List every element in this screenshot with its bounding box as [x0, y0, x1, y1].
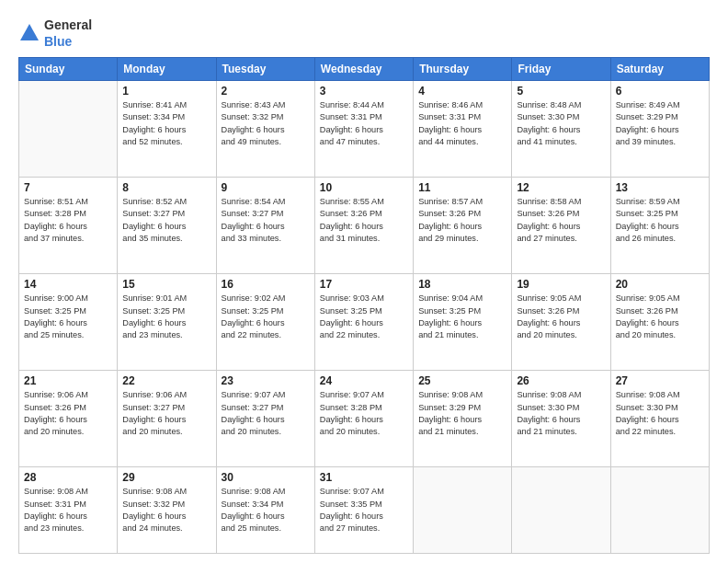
day-number: 16 — [222, 278, 310, 291]
day-info: Sunrise: 9:07 AMSunset: 3:35 PMDaylight:… — [320, 486, 408, 534]
day-info: Sunrise: 9:08 AMSunset: 3:30 PMDaylight:… — [616, 389, 704, 438]
day-number: 5 — [517, 85, 605, 98]
day-number: 24 — [320, 374, 408, 387]
calendar-cell: 4Sunrise: 8:46 AMSunset: 3:31 PMDaylight… — [414, 81, 512, 178]
day-number: 27 — [616, 374, 704, 387]
day-number: 17 — [320, 278, 408, 291]
calendar-cell: 24Sunrise: 9:07 AMSunset: 3:28 PMDayligh… — [314, 371, 413, 467]
calendar-cell: 20Sunrise: 9:05 AMSunset: 3:26 PMDayligh… — [610, 274, 709, 371]
day-number: 12 — [517, 181, 605, 194]
day-header-wednesday: Wednesday — [314, 58, 413, 81]
day-info: Sunrise: 8:41 AMSunset: 3:34 PMDaylight:… — [122, 99, 210, 148]
calendar-cell: 14Sunrise: 9:00 AMSunset: 3:25 PMDayligh… — [19, 274, 118, 371]
calendar-cell: 12Sunrise: 8:58 AMSunset: 3:26 PMDayligh… — [512, 178, 610, 274]
calendar-cell: 7Sunrise: 8:51 AMSunset: 3:28 PMDaylight… — [19, 178, 118, 274]
logo: GeneralBlue — [18, 17, 92, 50]
calendar-cell: 19Sunrise: 9:05 AMSunset: 3:26 PMDayligh… — [512, 274, 610, 371]
day-header-monday: Monday — [118, 58, 216, 81]
calendar-cell: 16Sunrise: 9:02 AMSunset: 3:25 PMDayligh… — [216, 274, 314, 371]
calendar-cell: 29Sunrise: 9:08 AMSunset: 3:32 PMDayligh… — [118, 467, 216, 554]
day-info: Sunrise: 8:57 AMSunset: 3:26 PMDaylight:… — [418, 196, 506, 245]
day-info: Sunrise: 9:06 AMSunset: 3:27 PMDaylight:… — [122, 389, 210, 438]
day-info: Sunrise: 9:01 AMSunset: 3:25 PMDaylight:… — [122, 293, 210, 341]
day-number: 9 — [222, 181, 310, 194]
calendar-cell: 13Sunrise: 8:59 AMSunset: 3:25 PMDayligh… — [610, 178, 709, 274]
calendar-cell — [414, 467, 512, 554]
calendar-cell: 27Sunrise: 9:08 AMSunset: 3:30 PMDayligh… — [610, 371, 709, 467]
day-info: Sunrise: 9:05 AMSunset: 3:26 PMDaylight:… — [616, 293, 704, 341]
day-number: 31 — [320, 471, 408, 484]
day-info: Sunrise: 9:05 AMSunset: 3:26 PMDaylight:… — [517, 293, 605, 341]
day-number: 21 — [24, 374, 112, 387]
calendar-cell — [610, 467, 709, 554]
calendar-cell: 23Sunrise: 9:07 AMSunset: 3:27 PMDayligh… — [216, 371, 314, 467]
day-number: 22 — [122, 374, 210, 387]
day-info: Sunrise: 8:46 AMSunset: 3:31 PMDaylight:… — [418, 99, 506, 148]
day-info: Sunrise: 9:08 AMSunset: 3:30 PMDaylight:… — [517, 389, 605, 438]
calendar-week-2: 7Sunrise: 8:51 AMSunset: 3:28 PMDaylight… — [19, 178, 710, 274]
day-header-saturday: Saturday — [610, 58, 709, 81]
day-number: 7 — [24, 181, 112, 194]
day-info: Sunrise: 9:07 AMSunset: 3:27 PMDaylight:… — [222, 389, 310, 438]
calendar-week-4: 21Sunrise: 9:06 AMSunset: 3:26 PMDayligh… — [19, 371, 710, 467]
calendar-cell: 18Sunrise: 9:04 AMSunset: 3:25 PMDayligh… — [414, 274, 512, 371]
calendar-cell: 10Sunrise: 8:55 AMSunset: 3:26 PMDayligh… — [314, 178, 413, 274]
day-number: 25 — [418, 374, 506, 387]
day-info: Sunrise: 8:52 AMSunset: 3:27 PMDaylight:… — [122, 196, 210, 245]
day-number: 3 — [320, 85, 408, 98]
day-number: 30 — [222, 471, 310, 484]
day-number: 23 — [222, 374, 310, 387]
day-number: 4 — [418, 85, 506, 98]
logo-general-text: General — [44, 17, 92, 32]
day-info: Sunrise: 8:49 AMSunset: 3:29 PMDaylight:… — [616, 99, 704, 148]
day-info: Sunrise: 8:59 AMSunset: 3:25 PMDaylight:… — [616, 196, 704, 245]
calendar-cell: 30Sunrise: 9:08 AMSunset: 3:34 PMDayligh… — [216, 467, 314, 554]
day-header-thursday: Thursday — [414, 58, 512, 81]
calendar-cell: 15Sunrise: 9:01 AMSunset: 3:25 PMDayligh… — [118, 274, 216, 371]
day-info: Sunrise: 9:04 AMSunset: 3:25 PMDaylight:… — [418, 293, 506, 341]
day-number: 8 — [122, 181, 210, 194]
day-info: Sunrise: 9:02 AMSunset: 3:25 PMDaylight:… — [222, 293, 310, 341]
calendar-cell: 5Sunrise: 8:48 AMSunset: 3:30 PMDaylight… — [512, 81, 610, 178]
calendar-cell: 31Sunrise: 9:07 AMSunset: 3:35 PMDayligh… — [314, 467, 413, 554]
day-number: 20 — [616, 278, 704, 291]
day-number: 19 — [517, 278, 605, 291]
day-info: Sunrise: 8:48 AMSunset: 3:30 PMDaylight:… — [517, 99, 605, 148]
calendar-cell: 25Sunrise: 9:08 AMSunset: 3:29 PMDayligh… — [414, 371, 512, 467]
calendar-week-5: 28Sunrise: 9:08 AMSunset: 3:31 PMDayligh… — [19, 467, 710, 554]
day-number: 26 — [517, 374, 605, 387]
calendar-table: SundayMondayTuesdayWednesdayThursdayFrid… — [18, 57, 710, 554]
calendar-cell: 8Sunrise: 8:52 AMSunset: 3:27 PMDaylight… — [118, 178, 216, 274]
day-info: Sunrise: 9:00 AMSunset: 3:25 PMDaylight:… — [24, 293, 112, 341]
day-info: Sunrise: 9:08 AMSunset: 3:29 PMDaylight:… — [418, 389, 506, 438]
day-info: Sunrise: 9:08 AMSunset: 3:34 PMDaylight:… — [222, 486, 310, 534]
calendar-cell: 22Sunrise: 9:06 AMSunset: 3:27 PMDayligh… — [118, 371, 216, 467]
day-info: Sunrise: 9:06 AMSunset: 3:26 PMDaylight:… — [24, 389, 112, 438]
day-info: Sunrise: 8:44 AMSunset: 3:31 PMDaylight:… — [320, 99, 408, 148]
day-header-sunday: Sunday — [19, 58, 118, 81]
day-header-tuesday: Tuesday — [216, 58, 314, 81]
header: GeneralBlue — [18, 17, 710, 50]
day-info: Sunrise: 8:51 AMSunset: 3:28 PMDaylight:… — [24, 196, 112, 245]
page: GeneralBlue SundayMondayTuesdayWednesday… — [0, 0, 728, 563]
calendar-week-3: 14Sunrise: 9:00 AMSunset: 3:25 PMDayligh… — [19, 274, 710, 371]
calendar-header-row: SundayMondayTuesdayWednesdayThursdayFrid… — [19, 58, 710, 81]
day-number: 10 — [320, 181, 408, 194]
day-info: Sunrise: 8:58 AMSunset: 3:26 PMDaylight:… — [517, 196, 605, 245]
day-info: Sunrise: 8:55 AMSunset: 3:26 PMDaylight:… — [320, 196, 408, 245]
day-number: 15 — [122, 278, 210, 291]
calendar-cell: 3Sunrise: 8:44 AMSunset: 3:31 PMDaylight… — [314, 81, 413, 178]
calendar-cell: 21Sunrise: 9:06 AMSunset: 3:26 PMDayligh… — [19, 371, 118, 467]
svg-marker-0 — [20, 24, 39, 40]
calendar-cell — [512, 467, 610, 554]
day-number: 1 — [122, 85, 210, 98]
day-number: 2 — [222, 85, 310, 98]
day-number: 11 — [418, 181, 506, 194]
day-number: 13 — [616, 181, 704, 194]
day-info: Sunrise: 9:07 AMSunset: 3:28 PMDaylight:… — [320, 389, 408, 438]
calendar-cell: 6Sunrise: 8:49 AMSunset: 3:29 PMDaylight… — [610, 81, 709, 178]
day-info: Sunrise: 9:03 AMSunset: 3:25 PMDaylight:… — [320, 293, 408, 341]
calendar-cell: 17Sunrise: 9:03 AMSunset: 3:25 PMDayligh… — [314, 274, 413, 371]
calendar-cell: 26Sunrise: 9:08 AMSunset: 3:30 PMDayligh… — [512, 371, 610, 467]
logo-icon — [18, 22, 40, 44]
